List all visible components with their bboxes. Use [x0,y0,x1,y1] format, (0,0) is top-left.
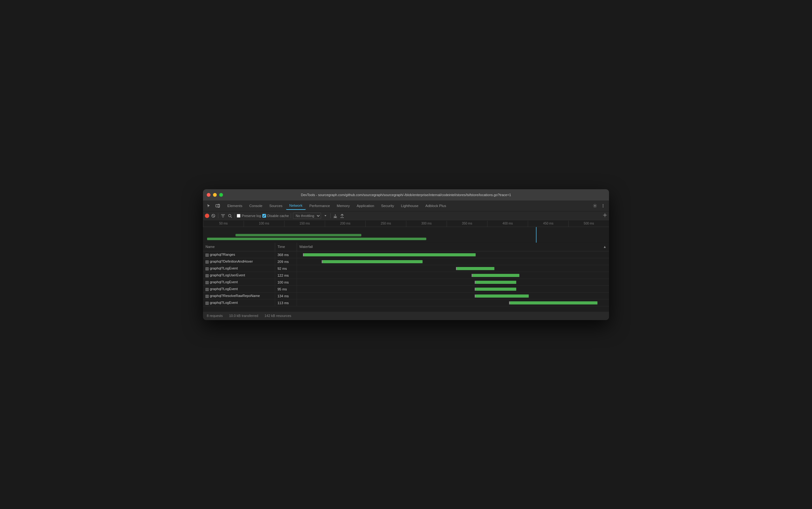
timeline-graph [203,227,609,243]
row-time: 209 ms [275,258,297,265]
preserve-log-label: Preserve log [242,214,261,218]
svg-point-2 [594,205,596,206]
time-header[interactable]: Time [275,243,297,251]
cursor-icon[interactable] [205,202,212,209]
timeline-ruler: 50 ms 100 ms 150 ms 200 ms 250 ms 300 ms… [203,221,609,227]
toolbar-settings-icon[interactable] [603,213,607,218]
tick-1: 50 ms [203,221,244,227]
table-row[interactable]: graphql?LogEvent100 ms [203,279,609,286]
divider2 [235,213,235,218]
tab-lighthouse[interactable]: Lighthouse [398,202,421,209]
tick-2: 100 ms [244,221,284,227]
waterfall-receiving-bar [510,301,598,304]
row-icon [205,288,209,291]
filter-icon[interactable] [220,213,226,218]
tick-3: 150 ms [284,221,325,227]
table-row[interactable]: graphql?ResolveRawRepoName134 ms [203,293,609,300]
name-header[interactable]: Name [203,243,275,251]
settings-icon[interactable] [591,202,598,209]
tick-9: 450 ms [528,221,568,227]
title-bar: DevTools - sourcegraph.com/github.com/so… [203,189,609,201]
devtools-icons [205,202,221,209]
waterfall-receiving-bar [476,295,529,298]
tab-application[interactable]: Application [353,202,377,209]
svg-point-12 [604,214,606,216]
tick-4: 200 ms [325,221,365,227]
table-row[interactable]: graphql?Ranges368 ms [203,251,609,258]
svg-point-4 [603,205,603,206]
row-icon [205,267,209,270]
status-bar: 8 requests 10.0 kB transferred 142 kB re… [203,311,609,320]
row-time: 100 ms [275,279,297,286]
row-time: 113 ms [275,300,297,306]
waterfall-receiving-bar [323,260,422,263]
svg-point-5 [603,206,603,207]
timeline-bar-1 [207,238,426,240]
resources-size: 142 kB resources [265,314,292,317]
export-icon[interactable] [339,213,345,218]
row-waterfall [297,279,609,286]
waterfall-header[interactable]: Waterfall ▲ [297,243,609,251]
requests-count: 8 requests [207,314,223,317]
tab-performance[interactable]: Performance [306,202,333,209]
tab-adblock[interactable]: Adblock Plus [422,202,449,209]
close-button[interactable] [207,193,210,197]
more-icon[interactable] [600,202,607,209]
tick-10: 500 ms [568,221,609,227]
row-name: graphql?ResolveRawRepoName [203,293,275,300]
maximize-button[interactable] [219,193,223,197]
svg-point-8 [228,214,231,217]
table-row[interactable]: graphql?LogEvent95 ms [203,286,609,293]
row-name: graphql?LogEvent [203,300,275,306]
row-name: graphql?LogUserEvent [203,272,275,279]
record-button[interactable] [205,213,209,218]
waterfall-receiving-bar [473,274,519,277]
devtools-right-icons [591,202,607,209]
clear-button[interactable] [210,213,216,218]
divider3 [291,213,291,218]
timeline-bar-2 [235,234,361,236]
row-name: graphql?LogEvent [203,279,275,286]
disable-cache-label: Disable cache [267,214,289,218]
throttle-select[interactable]: No throttling [293,213,321,219]
row-icon [205,274,209,277]
minimize-button[interactable] [213,193,217,197]
tab-security[interactable]: Security [378,202,397,209]
table-body: graphql?Ranges368 msgraphql?DefinitionAn… [203,251,609,306]
disable-cache-input[interactable] [262,214,266,218]
search-icon[interactable] [227,213,233,218]
preserve-log-input[interactable] [237,214,240,218]
tab-sources[interactable]: Sources [266,202,285,209]
waterfall-receiving-bar [304,253,476,257]
tick-8: 400 ms [487,221,528,227]
row-time: 368 ms [275,251,297,258]
timeline-area[interactable]: 50 ms 100 ms 150 ms 200 ms 250 ms 300 ms… [203,221,609,243]
row-waterfall [297,258,609,265]
row-waterfall [297,286,609,293]
svg-line-9 [231,216,232,218]
row-icon [205,253,209,257]
row-waterfall [297,251,609,258]
divider4 [330,213,331,218]
waterfall-receiving-bar [457,267,495,270]
tab-elements[interactable]: Elements [224,202,245,209]
tab-console[interactable]: Console [246,202,266,209]
timeline-line [536,227,537,243]
import-icon[interactable] [333,213,338,218]
tab-memory[interactable]: Memory [334,202,353,209]
row-name: graphql?DefinitionAndHover [203,258,275,265]
table-row[interactable]: graphql?LogUserEvent122 ms [203,272,609,279]
device-icon[interactable] [214,202,221,209]
table-row[interactable]: graphql?LogEvent113 ms [203,300,609,306]
preserve-log-checkbox[interactable]: Preserve log [237,214,261,218]
disable-cache-checkbox[interactable]: Disable cache [262,214,289,218]
tab-network[interactable]: Network [286,202,305,210]
network-table: Name Time Waterfall ▲ graphql?Ranges368 … [203,243,609,307]
row-waterfall [297,293,609,300]
devtools-window: DevTools - sourcegraph.com/github.com/so… [203,189,609,320]
network-table-container[interactable]: Name Time Waterfall ▲ graphql?Ranges368 … [203,243,609,311]
tick-6: 300 ms [406,221,447,227]
table-row[interactable]: graphql?LogEvent92 ms [203,265,609,272]
throttle-dropdown-icon[interactable] [322,213,329,219]
table-row[interactable]: graphql?DefinitionAndHover209 ms [203,258,609,265]
